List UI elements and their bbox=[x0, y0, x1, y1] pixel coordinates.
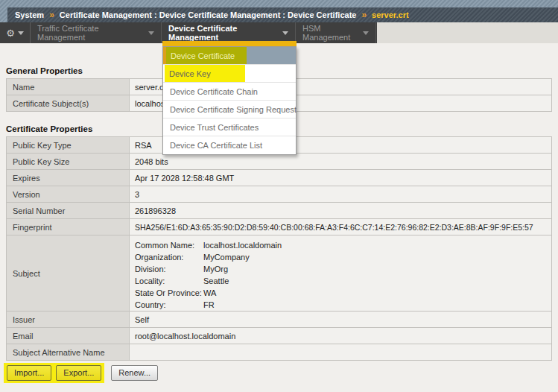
tab-bar: ⚙ Traffic Certificate Management Device … bbox=[0, 22, 558, 43]
gear-icon: ⚙ bbox=[6, 28, 15, 38]
row-value: Apr 17 2028 12:58:48 GMT bbox=[130, 170, 552, 186]
section-title-certificate-properties: Certificate Properties bbox=[6, 124, 92, 133]
menu-item-device-certificate-chain[interactable]: Device Certificate Chain bbox=[163, 83, 296, 101]
subject-key: Common Name: bbox=[135, 239, 203, 251]
menu-item-device-trust-certificates[interactable]: Device Trust Certificates bbox=[163, 118, 296, 136]
subject-line: Organization:MyCompany bbox=[135, 251, 551, 263]
breadcrumb-current-file[interactable]: server.crt bbox=[372, 10, 409, 19]
chevron-down-icon bbox=[148, 31, 154, 35]
row-label: Issuer bbox=[7, 312, 130, 328]
row-label: Public Key Size bbox=[7, 154, 130, 170]
menu-item-device-ca-certificate-list[interactable]: Device CA Certificate List bbox=[163, 136, 296, 154]
table-row: Issuer Self bbox=[7, 312, 552, 328]
table-row: Fingerprint SHA256/E1:6D:A3:65:35:90:D2:… bbox=[7, 219, 552, 235]
breadcrumb: System » Certificate Management : Device… bbox=[7, 7, 558, 22]
row-label: Fingerprint bbox=[7, 219, 130, 235]
table-row: Expires Apr 17 2028 12:58:48 GMT bbox=[7, 170, 552, 186]
active-tab-underline bbox=[162, 41, 297, 46]
action-buttons: Import... Export... Renew... bbox=[4, 363, 158, 383]
row-label: Email bbox=[7, 328, 130, 344]
subject-line: Locality:Seattle bbox=[135, 275, 551, 287]
subject-line: Division:MyOrg bbox=[135, 263, 551, 275]
row-label: Name bbox=[7, 79, 130, 95]
bigip-certificate-page: System » Certificate Management : Device… bbox=[0, 0, 558, 392]
row-label: Expires bbox=[7, 170, 130, 186]
table-row: Subject Alternative Name bbox=[7, 344, 552, 361]
subject-key: Locality: bbox=[135, 275, 203, 287]
row-value: root@localhost.localdomain bbox=[130, 328, 552, 344]
breadcrumb-separator-icon: » bbox=[49, 10, 54, 20]
row-label: Subject Alternative Name bbox=[7, 344, 130, 361]
row-label: Certificate Subject(s) bbox=[7, 95, 130, 112]
tab-traffic-certificate-management[interactable]: Traffic Certificate Management bbox=[31, 22, 162, 43]
row-value: Self bbox=[130, 312, 552, 328]
menu-item-label: Device Key bbox=[165, 65, 245, 82]
subject-val: MyCompany bbox=[203, 253, 250, 262]
row-label: Subject bbox=[7, 235, 130, 312]
menu-item-device-certificate-signing-request[interactable]: Device Certificate Signing Request bbox=[163, 101, 296, 118]
chevron-down-icon bbox=[18, 31, 24, 35]
row-value bbox=[130, 344, 552, 361]
subject-value: Common Name:localhost.localdomain Organi… bbox=[130, 235, 552, 312]
subject-key: Country: bbox=[135, 299, 203, 311]
subject-val: Seattle bbox=[203, 276, 229, 285]
row-value: 2048 bits bbox=[130, 154, 552, 170]
subject-val: MyOrg bbox=[203, 265, 228, 274]
device-certificate-management-menu: Device Certificate Device Key Device Cer… bbox=[162, 46, 297, 155]
table-row: Version 3 bbox=[7, 186, 552, 203]
menu-item-device-certificate[interactable]: Device Certificate bbox=[163, 47, 296, 65]
chevron-down-icon bbox=[363, 31, 369, 35]
subject-line: Country:FR bbox=[135, 299, 551, 311]
subject-line: Common Name:localhost.localdomain bbox=[135, 239, 551, 251]
breadcrumb-separator-icon: » bbox=[361, 10, 367, 20]
subject-key: State Or Province: bbox=[135, 287, 203, 299]
settings-menu-button[interactable]: ⚙ bbox=[0, 22, 31, 43]
subject-val: WA bbox=[203, 288, 216, 297]
certificate-properties-table: Public Key Type RSA Public Key Size 2048… bbox=[6, 136, 552, 361]
row-label: Version bbox=[7, 186, 130, 203]
subject-line: State Or Province:WA bbox=[135, 287, 551, 299]
tab-label: Traffic Certificate Management bbox=[37, 24, 142, 42]
row-label: Serial Number bbox=[7, 203, 130, 219]
tab-label: HSM Management bbox=[302, 24, 357, 42]
tab-device-certificate-management[interactable]: Device Certificate Management bbox=[162, 22, 296, 43]
table-row: Email root@localhost.localdomain bbox=[7, 328, 552, 344]
breadcrumb-path: Certificate Management : Device Certific… bbox=[60, 10, 357, 19]
subject-val: FR bbox=[203, 300, 215, 309]
renew-button[interactable]: Renew... bbox=[111, 365, 158, 381]
row-value: 261896328 bbox=[130, 203, 552, 219]
row-value: 3 bbox=[130, 186, 552, 203]
subject-key: Division: bbox=[135, 263, 203, 275]
breadcrumb-root[interactable]: System bbox=[15, 10, 44, 19]
table-row: Subject Common Name:localhost.localdomai… bbox=[7, 235, 552, 312]
subject-val: localhost.localdomain bbox=[203, 241, 282, 250]
import-button[interactable]: Import... bbox=[7, 365, 51, 381]
subject-key: Organization: bbox=[135, 251, 203, 263]
menu-item-label: Device Certificate bbox=[166, 47, 247, 64]
menu-item-device-key[interactable]: Device Key bbox=[163, 65, 296, 83]
table-row: Public Key Size 2048 bits bbox=[7, 154, 552, 170]
export-button[interactable]: Export... bbox=[56, 365, 101, 381]
section-title-general-properties: General Properties bbox=[6, 66, 83, 75]
highlight-annotation: Import... Export... bbox=[4, 363, 104, 383]
row-label: Public Key Type bbox=[7, 137, 130, 154]
chevron-down-icon bbox=[282, 31, 288, 35]
tab-hsm-management[interactable]: HSM Management bbox=[296, 22, 376, 43]
tab-strip: ⚙ Traffic Certificate Management Device … bbox=[0, 22, 377, 43]
tab-label: Device Certificate Management bbox=[168, 24, 276, 42]
fingerprint-value: SHA256/E1:6D:A3:65:35:90:D2:D8:59:40:CB:… bbox=[130, 219, 552, 235]
table-row: Serial Number 261896328 bbox=[7, 203, 552, 219]
